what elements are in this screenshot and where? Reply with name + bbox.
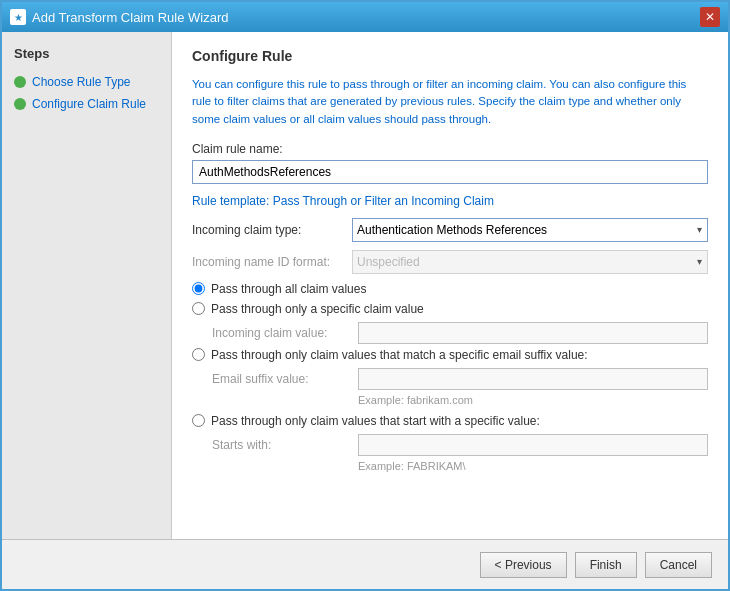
starts-with-label: Starts with: — [212, 438, 352, 452]
main-panel: Configure Rule You can configure this ru… — [172, 32, 728, 539]
window-title: Add Transform Claim Rule Wizard — [32, 10, 229, 25]
radio-pass-all-label: Pass through all claim values — [211, 282, 366, 296]
close-button[interactable]: ✕ — [700, 7, 720, 27]
sidebar-item-choose-rule[interactable]: Choose Rule Type — [2, 71, 171, 93]
rule-template-section: Rule template: Pass Through or Filter an… — [192, 194, 708, 208]
email-suffix-label: Email suffix value: — [212, 372, 352, 386]
step-dot-2 — [14, 98, 26, 110]
radio-pass-specific[interactable] — [192, 302, 205, 315]
description-text: You can configure this rule to pass thro… — [192, 76, 708, 128]
sidebar-heading: Steps — [2, 42, 171, 71]
starts-with-input[interactable] — [358, 434, 708, 456]
page-title: Configure Rule — [192, 48, 708, 64]
incoming-claim-value-input[interactable] — [358, 322, 708, 344]
incoming-claim-type-label: Incoming claim type: — [192, 223, 342, 237]
main-window: ★ Add Transform Claim Rule Wizard ✕ Step… — [0, 0, 730, 591]
incoming-name-id-select[interactable]: Unspecified — [352, 250, 708, 274]
title-bar-left: ★ Add Transform Claim Rule Wizard — [10, 9, 229, 25]
incoming-name-id-row: Incoming name ID format: Unspecified — [192, 250, 708, 274]
incoming-name-id-label: Incoming name ID format: — [192, 255, 342, 269]
radio-item-1: Pass through all claim values — [192, 282, 708, 296]
finish-button[interactable]: Finish — [575, 552, 637, 578]
email-suffix-input[interactable] — [358, 368, 708, 390]
step-dot-1 — [14, 76, 26, 88]
cancel-button[interactable]: Cancel — [645, 552, 712, 578]
incoming-name-id-select-wrapper: Unspecified — [352, 250, 708, 274]
app-icon: ★ — [10, 9, 26, 25]
radio-pass-email-suffix-label: Pass through only claim values that matc… — [211, 348, 588, 362]
radio-group: Pass through all claim values Pass throu… — [192, 282, 708, 480]
incoming-claim-type-select-wrapper: Authentication Methods References — [352, 218, 708, 242]
previous-button[interactable]: < Previous — [480, 552, 567, 578]
claim-rule-name-label: Claim rule name: — [192, 142, 708, 156]
email-example-text: Example: fabrikam.com — [358, 394, 708, 406]
radio-pass-starts-with-label: Pass through only claim values that star… — [211, 414, 540, 428]
radio-pass-specific-label: Pass through only a specific claim value — [211, 302, 424, 316]
content-area: Steps Choose Rule Type Configure Claim R… — [2, 32, 728, 539]
sidebar-label-configure-rule[interactable]: Configure Claim Rule — [32, 97, 146, 111]
starts-with-row: Starts with: — [212, 434, 708, 456]
sidebar-label-choose-rule[interactable]: Choose Rule Type — [32, 75, 131, 89]
sidebar: Steps Choose Rule Type Configure Claim R… — [2, 32, 172, 539]
radio-item-4: Pass through only claim values that star… — [192, 414, 708, 428]
radio-pass-email-suffix[interactable] — [192, 348, 205, 361]
starts-with-example-text: Example: FABRIKAM\ — [358, 460, 708, 472]
incoming-claim-type-row: Incoming claim type: Authentication Meth… — [192, 218, 708, 242]
radio-item-2: Pass through only a specific claim value — [192, 302, 708, 316]
incoming-claim-value-row: Incoming claim value: — [212, 322, 708, 344]
incoming-claim-type-select[interactable]: Authentication Methods References — [352, 218, 708, 242]
radio-pass-all[interactable] — [192, 282, 205, 295]
rule-template-value: Pass Through or Filter an Incoming Claim — [273, 194, 494, 208]
rule-template-label: Rule template: — [192, 194, 269, 208]
email-suffix-row: Email suffix value: — [212, 368, 708, 390]
sidebar-item-configure-rule[interactable]: Configure Claim Rule — [2, 93, 171, 115]
bottom-bar: < Previous Finish Cancel — [2, 539, 728, 589]
claim-rule-name-section: Claim rule name: — [192, 142, 708, 184]
radio-item-3: Pass through only claim values that matc… — [192, 348, 708, 362]
claim-rule-name-input[interactable] — [192, 160, 708, 184]
incoming-claim-value-label: Incoming claim value: — [212, 326, 352, 340]
title-bar: ★ Add Transform Claim Rule Wizard ✕ — [2, 2, 728, 32]
radio-pass-starts-with[interactable] — [192, 414, 205, 427]
